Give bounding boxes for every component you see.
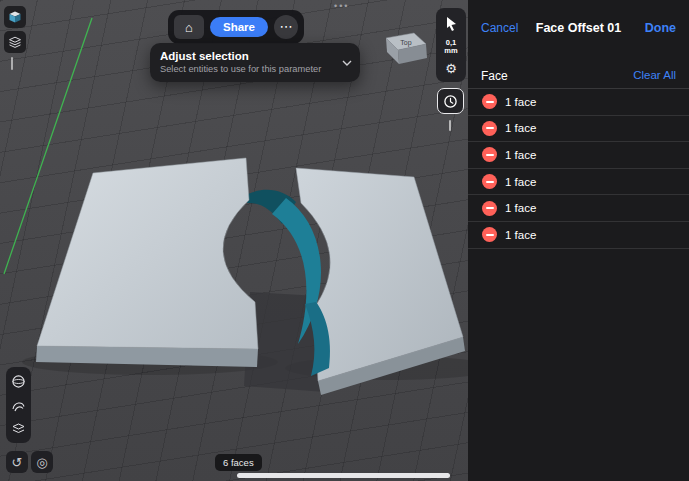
app-window: Top ⌂ Share ⋯ <box>0 0 689 481</box>
right-scroll-indicator <box>449 120 451 131</box>
face-row-label: 1 face <box>505 229 536 241</box>
face-section-label: Face <box>481 69 508 83</box>
isometric-cube-icon <box>8 10 22 24</box>
left-body-top-face[interactable] <box>37 158 258 349</box>
face-row-label: 1 face <box>505 149 536 161</box>
settings-button[interactable]: ⚙ <box>445 62 457 75</box>
selection-count-badge: 6 faces <box>215 454 262 471</box>
face-list-item[interactable]: 1 face <box>468 116 689 143</box>
adjust-selection-popup[interactable]: Adjust selection Select entities to use … <box>150 43 360 82</box>
share-button[interactable]: Share <box>210 17 268 37</box>
home-indicator[interactable] <box>237 473 450 478</box>
face-list-item[interactable]: 1 face <box>468 142 689 169</box>
select-cursor-icon[interactable] <box>443 15 459 32</box>
panel-header: Cancel Face Offset 01 Done <box>468 0 689 44</box>
face-offset-panel: Cancel Face Offset 01 Done Face Clear Al… <box>468 0 689 481</box>
face-row-label: 1 face <box>505 96 536 108</box>
snap-setting-button[interactable]: 0,1 mm <box>444 39 457 55</box>
face-row-label: 1 face <box>505 122 536 134</box>
layers-button[interactable] <box>4 31 26 53</box>
chevron-down-icon[interactable] <box>342 60 352 66</box>
layers-icon <box>8 36 22 49</box>
remove-face-icon[interactable] <box>482 94 497 109</box>
face-list-item[interactable]: 1 face <box>468 169 689 196</box>
viewport-tool-strip: 0,1 mm ⚙ <box>436 8 466 82</box>
top-toolbar: ⌂ Share ⋯ <box>168 10 304 44</box>
gear-icon: ⚙ <box>445 61 457 76</box>
home-button[interactable]: ⌂ <box>174 15 204 39</box>
done-button[interactable]: Done <box>645 21 676 35</box>
orbit-view-button[interactable]: ◎ <box>31 451 53 473</box>
face-list-item[interactable]: 1 face <box>468 89 689 116</box>
revolve-tool-icon[interactable] <box>11 398 26 413</box>
face-list-item[interactable]: 1 face <box>468 222 689 249</box>
remove-face-icon[interactable] <box>482 227 497 242</box>
isometric-view-button[interactable] <box>4 6 26 28</box>
popup-title: Adjust selection <box>160 50 336 62</box>
home-icon: ⌂ <box>185 20 193 35</box>
clear-all-button[interactable]: Clear All <box>633 69 676 81</box>
face-list-item[interactable]: 1 face <box>468 195 689 222</box>
history-button[interactable] <box>437 88 464 114</box>
display-tool-strip <box>6 367 31 443</box>
undo-icon: ↺ <box>12 455 23 470</box>
multitask-dots[interactable]: ••• <box>334 1 349 11</box>
snap-unit: mm <box>444 47 457 55</box>
more-button[interactable]: ⋯ <box>274 15 298 39</box>
remove-face-icon[interactable] <box>482 147 497 162</box>
popup-subtitle: Select entities to use for this paramete… <box>160 64 336 74</box>
view-cube-top-label: Top <box>400 39 411 47</box>
undo-view-button[interactable]: ↺ <box>6 451 28 473</box>
remove-face-icon[interactable] <box>482 121 497 136</box>
face-list: 1 face 1 face 1 face 1 face 1 face 1 fac… <box>468 88 689 249</box>
layers-tool-icon[interactable] <box>11 422 26 436</box>
3d-viewport[interactable]: Top ⌂ Share ⋯ <box>0 0 468 481</box>
sphere-tool-icon[interactable] <box>11 374 26 389</box>
view-cube[interactable]: Top <box>386 33 427 64</box>
history-clock-icon <box>442 93 459 110</box>
face-section-header: Face Clear All <box>468 66 689 88</box>
remove-face-icon[interactable] <box>482 201 497 216</box>
remove-face-icon[interactable] <box>482 174 497 189</box>
left-scroll-indicator <box>11 57 13 70</box>
face-row-label: 1 face <box>505 176 536 188</box>
face-row-label: 1 face <box>505 202 536 214</box>
orbit-icon: ◎ <box>36 455 47 470</box>
